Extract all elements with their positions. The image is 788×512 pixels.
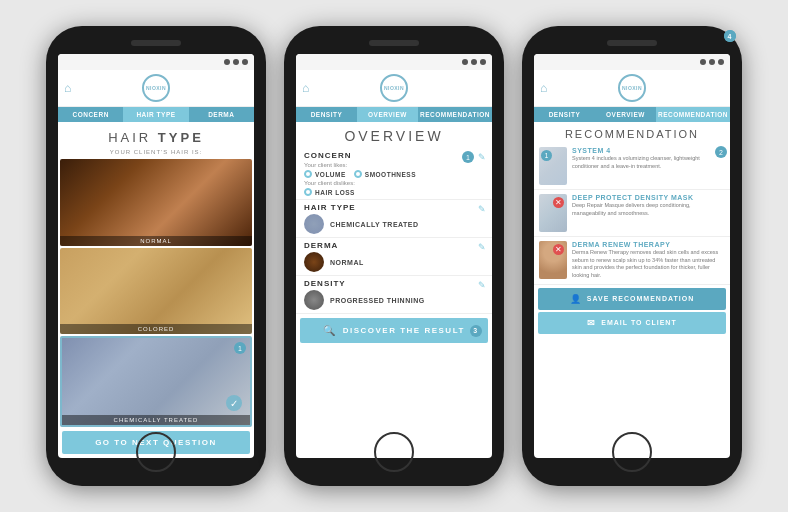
mask-remove-icon[interactable]: ✕ [553,197,564,208]
phone-3-screen: ⌂ NIOXIN DENSITY OVERVIEW RECOMMENDATION… [534,54,730,458]
derma-edit-icon[interactable]: ✎ [478,242,486,252]
nioxin-logo-3: NIOXIN [618,74,646,102]
signal-icon-2 [462,59,468,65]
home-icon-2[interactable]: ⌂ [302,81,309,95]
radio-smoothness[interactable]: SMOOTHNESS [354,170,416,178]
derma-title: DERMA [304,241,484,250]
logo-circle: NIOXIN [142,74,170,102]
tab-overview-3[interactable]: OVERVIEW [595,107,656,122]
density-edit-icon[interactable]: ✎ [478,280,486,290]
hairtype-img [304,214,324,234]
therapy-remove-icon[interactable]: ✕ [553,244,564,255]
save-label: SAVE RECOMMENDATION [587,295,694,302]
page-title-1: HAIR TYPE [58,122,254,149]
density-title: DENSITY [304,279,484,288]
radio-dot-volume [304,170,312,178]
hair-chemical-label: CHEMICALLY TREATED [62,415,250,425]
email-icon: ✉ [587,318,596,328]
radio-volume[interactable]: VOLUME [304,170,346,178]
tab-recommendation-2[interactable]: RECOMMENDATION [418,107,492,122]
hair-chemical-img [62,338,250,425]
battery-icon-2 [480,59,486,65]
tab-overview-2[interactable]: OVERVIEW [357,107,418,122]
rec-item-therapy: ✕ DERMA RENEW THERAPY Derma Renew Therap… [534,237,730,285]
discover-badge: 3 [470,325,482,337]
hair-options-list: NORMAL COLORED CHEMICALLY TREATED ✓ 1 [58,159,254,427]
system4-badge: 1 [541,150,552,161]
radio-dot-smoothness [354,170,362,178]
hairtype-value: CHEMICALLY TREATED [330,221,419,228]
phone-2: ⌂ NIOXIN DENSITY OVERVIEW RECOMMENDATION… [284,26,504,486]
tab-derma[interactable]: DERMA [189,107,254,122]
hair-option-colored[interactable]: COLORED [60,248,252,335]
screen-header-2: ⌂ NIOXIN [296,70,492,107]
wifi-icon-3 [709,59,715,65]
email-label: EMAIL TO CLIENT [601,319,676,326]
screen-header-1: ⌂ NIOXIN [58,70,254,107]
email-to-client-button[interactable]: ✉ EMAIL TO CLIENT 4 [538,312,726,334]
phone-3: ⌂ NIOXIN DENSITY OVERVIEW RECOMMENDATION… [522,26,742,486]
therapy-img-box: ✕ [539,241,567,279]
radio-hairloss[interactable]: HAIR LOSS [304,188,484,196]
mask-img-box: ✕ [539,194,567,232]
tab-concern[interactable]: CONCERN [58,107,123,122]
mask-text: DEEP PROTECT DENSITY MASK Deep Repair Ma… [572,194,725,217]
hairloss-label: HAIR LOSS [315,189,355,196]
logo-circle-3: NIOXIN [618,74,646,102]
mask-desc: Deep Repair Masque delivers deep conditi… [572,202,725,217]
home-icon-3[interactable]: ⌂ [540,81,547,95]
hairtype-edit-icon[interactable]: ✎ [478,204,486,214]
therapy-text: DERMA RENEW THERAPY Derma Renew Therapy … [572,241,725,280]
nav-tabs-1: CONCERN HAIR TYPE DERMA [58,107,254,122]
phone-1: ⌂ NIOXIN CONCERN HAIR TYPE DERMA HAIR TY… [46,26,266,486]
hair-colored-img [60,248,252,335]
tab-density-2[interactable]: DENSITY [296,107,357,122]
status-bar-1 [58,54,254,70]
page-title-3: RECOMMENDATION [534,122,730,143]
tab-density-3[interactable]: DENSITY [534,107,595,122]
system4-desc: System 4 includes a volumizing cleanser,… [572,155,725,170]
battery-icon [242,59,248,65]
rec-item-mask: ✕ DEEP PROTECT DENSITY MASK Deep Repair … [534,190,730,237]
derma-value: NORMAL [330,259,364,266]
density-img [304,290,324,310]
hair-option-normal[interactable]: NORMAL [60,159,252,246]
page-subtitle-1: YOUR CLIENT'S HAIR IS: [58,149,254,159]
search-icon: 🔍 [323,325,337,336]
screen-content-2: OVERVIEW CONCERN Your client likes: VOLU… [296,122,492,458]
derma-img [304,252,324,272]
radio-dot-hairloss [304,188,312,196]
tab-hair-type[interactable]: HAIR TYPE [123,107,188,122]
save-recommendation-button[interactable]: 👤 SAVE RECOMMENDATION 3 [538,288,726,310]
hair-normal-label: NORMAL [60,236,252,246]
next-question-button[interactable]: GO TO NEXT QUESTION [62,431,250,454]
phone-1-screen: ⌂ NIOXIN CONCERN HAIR TYPE DERMA HAIR TY… [58,54,254,458]
logo-circle-2: NIOXIN [380,74,408,102]
screen-content-1: HAIR TYPE YOUR CLIENT'S HAIR IS: NORMAL … [58,122,254,458]
signal-icon-3 [700,59,706,65]
nioxin-logo: NIOXIN [142,74,170,102]
derma-row: NORMAL [304,252,484,272]
home-icon[interactable]: ⌂ [64,81,71,95]
concern-likes: VOLUME SMOOTHNESS [304,170,484,178]
smoothness-label: SMOOTHNESS [365,171,416,178]
nioxin-logo-2: NIOXIN [380,74,408,102]
system4-text: SYSTEM 4 System 4 includes a volumizing … [572,147,725,170]
wifi-icon-2 [471,59,477,65]
density-row: PROGRESSED THINNING [304,290,484,310]
save-icon: 👤 [570,294,582,304]
discover-result-button[interactable]: 🔍 DISCOVER THE RESULT 3 [300,318,488,343]
therapy-desc: Derma Renew Therapy removes dead skin ce… [572,249,725,280]
concern-title: CONCERN [304,151,484,160]
wifi-icon [233,59,239,65]
concern-edit-icon[interactable]: ✎ [478,152,486,162]
status-bar-2 [296,54,492,70]
page-title-2: OVERVIEW [296,122,492,148]
hair-option-chemical[interactable]: CHEMICALLY TREATED ✓ 1 [60,336,252,427]
nav-tabs-3: DENSITY OVERVIEW RECOMMENDATION [534,107,730,122]
hair-colored-label: COLORED [60,324,252,334]
tab-recommendation-3[interactable]: RECOMMENDATION [656,107,730,122]
rec-item-system4: 1 SYSTEM 4 System 4 includes a volumizin… [534,143,730,190]
concern-likes-label: Your client likes: [304,162,484,168]
overview-concern-section: CONCERN Your client likes: VOLUME SMOOTH… [296,148,492,200]
